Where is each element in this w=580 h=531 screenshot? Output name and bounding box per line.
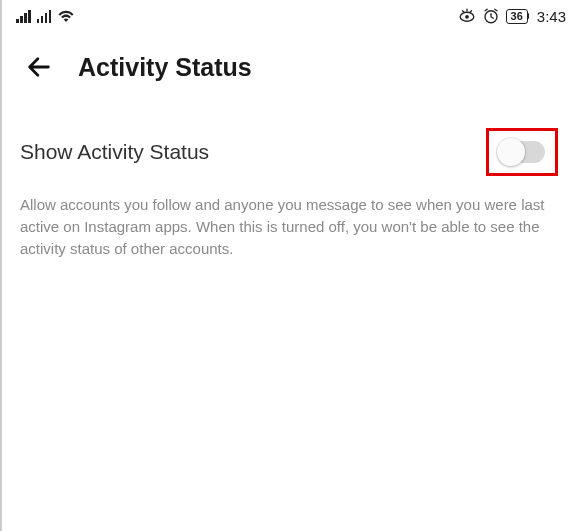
status-right: 36 3:43 bbox=[458, 7, 566, 25]
svg-point-1 bbox=[465, 15, 469, 19]
toggle-knob bbox=[497, 138, 525, 166]
signal-bars-icon bbox=[37, 9, 52, 23]
status-bar: 36 3:43 bbox=[2, 0, 580, 30]
header: Activity Status bbox=[2, 30, 580, 92]
page-title: Activity Status bbox=[78, 53, 252, 82]
battery-indicator: 36 bbox=[506, 9, 529, 24]
signal-bars-icon bbox=[16, 9, 31, 23]
back-button[interactable] bbox=[24, 52, 54, 82]
battery-percent: 36 bbox=[511, 11, 523, 22]
alarm-icon bbox=[482, 7, 500, 25]
show-activity-status-label: Show Activity Status bbox=[20, 140, 209, 164]
eye-icon bbox=[458, 7, 476, 25]
setting-row: Show Activity Status bbox=[2, 92, 580, 184]
setting-description: Allow accounts you follow and anyone you… bbox=[2, 184, 580, 259]
toggle-highlight-box bbox=[486, 128, 558, 176]
clock-time: 3:43 bbox=[537, 8, 566, 25]
show-activity-status-toggle[interactable] bbox=[499, 141, 545, 163]
status-left bbox=[16, 9, 75, 23]
wifi-icon bbox=[57, 9, 75, 23]
